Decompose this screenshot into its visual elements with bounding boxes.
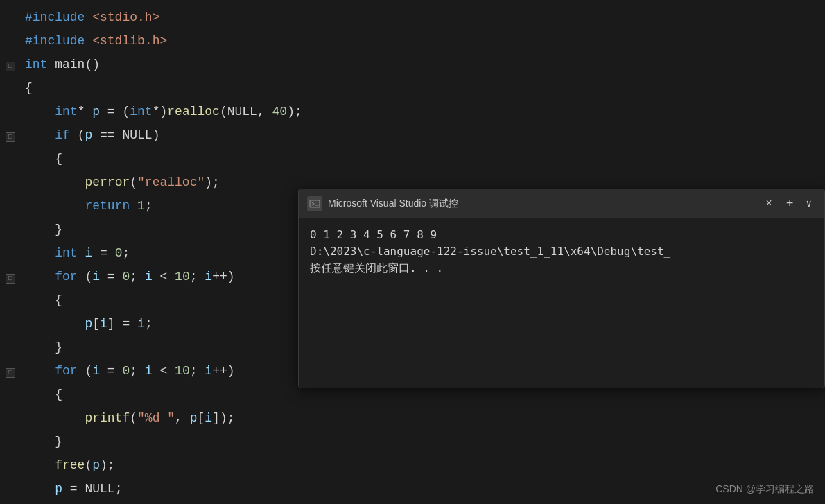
- terminal-add-button[interactable]: +: [781, 194, 799, 214]
- collapse-icon-16[interactable]: □: [6, 368, 15, 378]
- code-line-18: printf("%d ", p[i]);: [0, 406, 825, 430]
- terminal-chevron-button[interactable]: ∨: [802, 195, 816, 212]
- code-line-2: #include <stdlib.h>: [0, 29, 825, 53]
- collapse-icon-3[interactable]: □: [6, 62, 15, 71]
- line-gutter-16: □: [6, 368, 25, 378]
- watermark: CSDN @学习编程之路: [715, 483, 814, 496]
- line-content-21: p = NULL;: [25, 477, 825, 498]
- terminal-app-icon: [307, 196, 322, 211]
- line-content-2: #include <stdlib.h>: [25, 29, 825, 53]
- line-content-20: free(p);: [25, 453, 825, 477]
- code-line-3: □ int main(): [0, 53, 825, 76]
- collapse-icon-6[interactable]: □: [6, 132, 15, 142]
- svg-rect-0: [310, 200, 320, 207]
- line-content-5: int* p = (int*)realloc(NULL, 40);: [25, 100, 825, 123]
- code-line-1: #include <stdio.h>: [0, 6, 825, 29]
- line-content-1: #include <stdio.h>: [25, 6, 825, 29]
- line-content-7: {: [25, 147, 825, 171]
- terminal-output-line-1: 0 1 2 3 4 5 6 7 8 9: [310, 227, 813, 243]
- line-gutter-6: □: [6, 132, 25, 142]
- line-content-4: {: [25, 76, 825, 100]
- code-line-7: {: [0, 147, 825, 171]
- editor-container: #include <stdio.h> #include <stdlib.h> □…: [0, 0, 825, 504]
- code-line-4: {: [0, 76, 825, 100]
- code-line-20: free(p);: [0, 453, 825, 477]
- code-line-6: □ if (p == NULL): [0, 123, 825, 147]
- code-line-21: p = NULL;: [0, 477, 825, 498]
- code-line-19: }: [0, 430, 825, 453]
- code-line-5: int* p = (int*)realloc(NULL, 40);: [0, 100, 825, 123]
- terminal-output-line-2: D:\2023\c-language-122-issue\test_1_11\x…: [310, 243, 813, 260]
- line-gutter-3: □: [6, 62, 25, 71]
- line-content-18: printf("%d ", p[i]);: [25, 406, 825, 430]
- terminal-titlebar: Microsoft Visual Studio 调试控 × + ∨: [299, 189, 824, 218]
- line-content-19: }: [25, 430, 825, 453]
- line-gutter-12: □: [6, 274, 25, 284]
- line-content-6: if (p == NULL): [25, 123, 825, 147]
- terminal-title: Microsoft Visual Studio 调试控: [328, 198, 760, 210]
- collapse-icon-12[interactable]: □: [6, 274, 15, 284]
- terminal-output-line-3: 按任意键关闭此窗口. . .: [310, 260, 813, 277]
- line-content-3: int main(): [25, 53, 825, 76]
- terminal-window: Microsoft Visual Studio 调试控 × + ∨ 0 1 2 …: [298, 189, 825, 388]
- terminal-close-button[interactable]: ×: [760, 195, 778, 213]
- terminal-body: 0 1 2 3 4 5 6 7 8 9 D:\2023\c-language-1…: [299, 218, 824, 388]
